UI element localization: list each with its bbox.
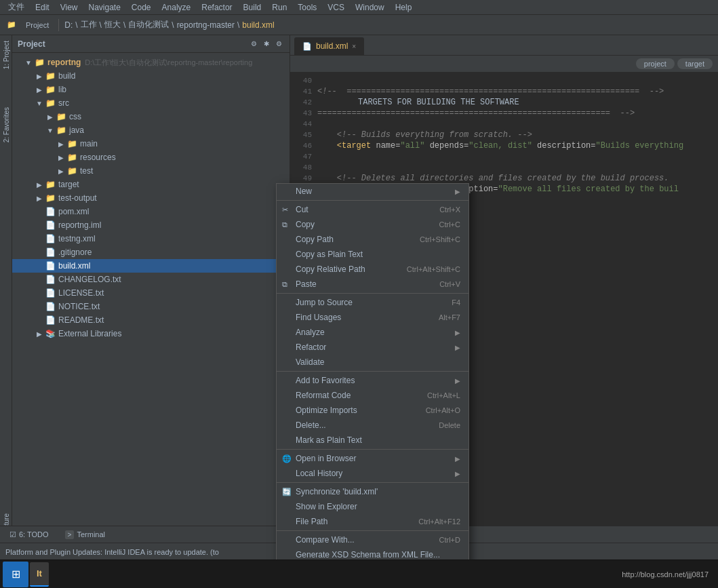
folder-icon: 📁 [34,58,45,67]
menu-item-analyze[interactable]: Analyze ▶ [277,325,468,340]
file-icon: 📄 [45,248,56,257]
menu-run[interactable]: Run [266,1,292,14]
item-label: External Libraries [58,329,121,338]
ant-tab-project[interactable]: project [636,58,675,69]
expand-arrow[interactable]: ▶ [34,181,45,189]
menu-tools[interactable]: Tools [292,1,322,14]
tree-item-css[interactable]: ▶ 📁 css [12,110,290,123]
menu-view[interactable]: View [55,1,83,14]
item-label: LICENSE.txt [58,288,104,298]
menu-code[interactable]: Code [126,1,157,14]
menu-file[interactable]: 文件 [3,0,30,14]
menu-item-new[interactable]: New ▶ [277,184,468,199]
menu-favorites-arrow: ▶ [455,377,460,385]
todo-tab[interactable]: ☑ 6: TODO [5,529,53,541]
tab-build-xml[interactable]: 📄 build.xml × [294,37,364,55]
panel-gear-btn[interactable]: ⚙ [274,39,284,48]
tree-item-java[interactable]: ▼ 📁 java [12,123,290,137]
expand-arrow[interactable]: ▶ [56,168,66,175]
xml-icon: 📄 [45,207,56,216]
tree-item-build[interactable]: ▶ 📁 build [12,69,290,83]
item-label: build [58,71,75,81]
tree-item-iml[interactable]: ▶ 📄 reportng.iml [12,218,290,232]
menu-item-compare[interactable]: Compare With... Ctrl+D [277,532,468,547]
menu-cut-label: Cut [296,205,426,214]
tree-item-src[interactable]: ▼ 📁 src [12,96,290,110]
menu-item-file-path[interactable]: File Path Ctrl+Alt+F12 [277,514,468,529]
expand-arrow[interactable]: ▶ [56,140,66,148]
menu-item-copy-relative[interactable]: Copy Relative Path Ctrl+Alt+Shift+C [277,262,468,277]
menu-item-synchronize[interactable]: 🔄 Synchronize 'build.xml' [277,484,468,499]
terminal-tab[interactable]: > Terminal [61,529,109,541]
menu-edit[interactable]: Edit [30,1,55,14]
tree-item-test[interactable]: ▶ 📁 test [12,164,290,178]
ant-tab-target[interactable]: target [677,58,713,69]
expand-arrow[interactable]: ▶ [34,86,45,94]
menu-item-copy[interactable]: ⧉ Copy Ctrl+C [277,217,468,232]
menu-navigate[interactable]: Navigate [83,1,125,14]
menu-item-validate[interactable]: Validate [277,355,468,370]
tree-item-resources[interactable]: ▶ 📁 resources [12,151,290,164]
tree-item-lib[interactable]: ▶ 📁 lib [12,83,290,96]
tree-item-main[interactable]: ▶ 📁 main [12,137,290,151]
expand-arrow[interactable]: ▼ [23,59,34,66]
panel-settings-btn[interactable]: ⚙ [249,39,259,48]
side-tab-project[interactable]: 1: Project [0,35,12,75]
menu-build[interactable]: Build [238,1,267,14]
item-label: java [69,125,84,135]
tree-item-readme[interactable]: ▶ 📄 README.txt [12,313,290,327]
menu-item-mark-plain[interactable]: Mark as Plain Text [277,433,468,448]
menu-item-optimize[interactable]: Optimize Imports Ctrl+Alt+O [277,403,468,418]
menu-vcs[interactable]: VCS [322,1,350,14]
copy-icon: ⧉ [282,220,287,229]
menu-sync-label: Synchronize 'build.xml' [296,487,460,496]
expand-arrow[interactable]: ▶ [34,195,45,202]
menu-item-jump-source[interactable]: Jump to Source F4 [277,295,468,310]
menu-paste-label: Paste [296,279,426,289]
menu-item-favorites[interactable]: Add to Favorites ▶ [277,373,468,388]
menu-item-copy-path[interactable]: Copy Path Ctrl+Shift+C [277,232,468,247]
menu-item-cut[interactable]: ✂ Cut Ctrl+X [277,202,468,217]
project-dropdown[interactable]: Project [22,20,53,31]
menu-optimize-label: Optimize Imports [296,406,412,415]
menu-genxsd-label: Generate XSD Schema from XML File... [296,550,460,560]
menu-item-copy-plain[interactable]: Copy as Plain Text [277,247,468,262]
tree-item-pom[interactable]: ▶ 📄 pom.xml [12,205,290,218]
expand-arrow[interactable]: ▶ [45,113,56,121]
panel-toolbar: ⚙ ✱ ⚙ [249,39,284,48]
menu-item-refactor[interactable]: Refactor ▶ [277,340,468,355]
win-start-btn[interactable]: ⊞ [3,562,28,587]
tree-item-reportng[interactable]: ▼ 📁 reportng D:\工作\恒大\自动化测试\reportng-mas… [12,56,290,69]
tree-item-test-output[interactable]: ▶ 📁 test-output [12,191,290,205]
tree-item-build-xml[interactable]: ▶ 📄 build.xml [12,259,290,273]
menu-item-reformat[interactable]: Reformat Code Ctrl+Alt+L [277,388,468,403]
tree-item-changelog[interactable]: ▶ 📄 CHANGELOG.txt [12,273,290,286]
menu-analyze[interactable]: Analyze [157,1,197,14]
menu-help[interactable]: Help [390,1,418,14]
side-tab-favorites[interactable]: 2: Favorites [0,102,12,148]
tree-item-gitignore[interactable]: ▶ 📄 .gitignore [12,246,290,259]
tree-item-testng[interactable]: ▶ 📄 testng.xml [12,232,290,246]
tree-item-ext-libs[interactable]: ▶ 📚 External Libraries [12,327,290,340]
menu-item-show-explorer[interactable]: Show in Explorer [277,499,468,514]
tree-item-target[interactable]: ▶ 📁 target [12,178,290,191]
menu-analyze-label: Analyze [296,328,455,337]
menu-item-open-browser[interactable]: 🌐 Open in Browser ▶ [277,451,468,466]
taskbar-item-intellij[interactable]: It [30,562,49,587]
expand-arrow[interactable]: ▼ [34,100,45,107]
menu-refactor[interactable]: Refactor [196,1,237,14]
expand-arrow[interactable]: ▶ [56,154,66,161]
menu-item-find-usages[interactable]: Find Usages Alt+F7 [277,310,468,325]
tree-item-license[interactable]: ▶ 📄 LICENSE.txt [12,286,290,300]
tab-close-btn[interactable]: × [352,43,356,50]
menu-item-delete[interactable]: Delete... Delete [277,418,468,433]
expand-arrow[interactable]: ▼ [45,127,56,134]
tree-item-notice[interactable]: ▶ 📄 NOTICE.txt [12,300,290,313]
panel-collapse-btn[interactable]: ✱ [262,39,271,48]
taskbar-systray: http://blog.csdn.net/jjj0817 [615,570,715,579]
menu-item-paste[interactable]: ⧉ Paste Ctrl+V [277,277,468,292]
menu-item-local-history[interactable]: Local History ▶ [277,466,468,481]
expand-arrow[interactable]: ▶ [34,330,45,338]
menu-window[interactable]: Window [350,1,390,14]
expand-arrow[interactable]: ▶ [34,73,45,80]
